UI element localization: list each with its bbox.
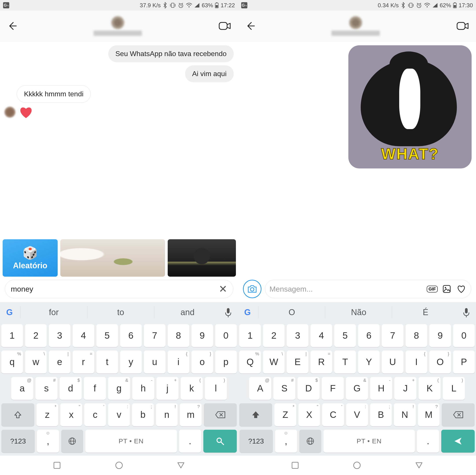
mic-icon[interactable] <box>224 307 235 318</box>
symbols-key[interactable]: ?123 <box>1 430 35 453</box>
key[interactable]: n! <box>156 403 178 426</box>
key[interactable]: 2 <box>25 324 47 347</box>
period-key[interactable]: . <box>417 430 439 453</box>
key[interactable]: F <box>322 377 344 400</box>
period-key[interactable]: . <box>179 430 201 453</box>
gif-search-input[interactable] <box>11 285 219 293</box>
suggestion[interactable]: for <box>20 306 87 318</box>
key[interactable]: B; <box>370 403 392 426</box>
key[interactable]: i{ <box>168 351 189 373</box>
compose-field[interactable]: GIF <box>265 280 471 298</box>
key[interactable]: y <box>120 351 142 373</box>
gif-results-strip[interactable]: 🎲 Aleatório <box>0 239 238 280</box>
key[interactable]: g& <box>108 377 130 400</box>
key[interactable]: O} <box>429 351 451 373</box>
compose-input[interactable] <box>270 285 423 293</box>
key[interactable]: X" <box>298 403 320 426</box>
message-out[interactable]: Seu WhatsApp não tava recebendo <box>4 45 234 62</box>
key[interactable]: q% <box>1 351 23 373</box>
key[interactable]: L) <box>443 377 465 400</box>
message-in[interactable]: Kkkkk hmmm tendi <box>4 85 234 103</box>
suggestion[interactable]: O <box>258 306 325 318</box>
shift-key[interactable] <box>239 403 272 426</box>
key[interactable]: K( <box>419 377 441 400</box>
key[interactable]: W\ <box>263 351 285 373</box>
key[interactable]: x" <box>60 403 82 426</box>
messages-area[interactable]: WHAT? <box>238 41 476 280</box>
key[interactable]: 7 <box>144 324 166 347</box>
key[interactable]: V: <box>346 403 368 426</box>
key[interactable]: s# <box>35 377 57 400</box>
messages-area[interactable]: Seu WhatsApp não tava recebendo Ai vim a… <box>0 41 238 239</box>
key[interactable]: t <box>96 351 118 373</box>
key[interactable]: C' <box>322 403 344 426</box>
key[interactable]: G& <box>346 377 368 400</box>
key[interactable]: e| <box>49 351 70 373</box>
key[interactable]: k( <box>181 377 203 400</box>
heart-icon[interactable] <box>456 284 467 294</box>
key[interactable]: E| <box>287 351 308 373</box>
gif-result-tile[interactable] <box>60 239 165 277</box>
key[interactable]: z* <box>36 403 58 426</box>
gif-icon[interactable]: GIF <box>427 284 438 294</box>
key[interactable]: 4 <box>310 324 332 347</box>
key[interactable]: 0 <box>215 324 237 347</box>
key[interactable]: 8 <box>406 324 427 347</box>
key[interactable]: D$ <box>298 377 320 400</box>
search-enter-key[interactable] <box>203 430 237 453</box>
key[interactable]: 4 <box>73 324 94 347</box>
key[interactable]: 6 <box>120 324 142 347</box>
clear-icon[interactable]: ✕ <box>219 283 227 295</box>
key[interactable]: S# <box>273 377 295 400</box>
gif-result-tile[interactable] <box>168 239 236 277</box>
video-call-button[interactable] <box>456 21 469 31</box>
space-key[interactable]: PT • EN <box>85 430 177 453</box>
mic-icon[interactable] <box>462 307 473 318</box>
key[interactable]: m? <box>180 403 202 426</box>
key[interactable]: 7 <box>382 324 403 347</box>
key[interactable]: c' <box>84 403 106 426</box>
key[interactable]: 0 <box>453 324 475 347</box>
key[interactable]: 5 <box>334 324 356 347</box>
key[interactable]: 6 <box>358 324 380 347</box>
key[interactable]: r= <box>73 351 94 373</box>
recent-apps-button[interactable] <box>52 460 62 470</box>
key[interactable]: 1 <box>239 324 261 347</box>
google-icon[interactable]: G <box>241 306 254 319</box>
back-nav-button[interactable] <box>176 460 186 470</box>
recent-apps-button[interactable] <box>290 460 300 470</box>
language-key[interactable] <box>61 430 83 453</box>
suggestion[interactable]: and <box>154 306 221 318</box>
key[interactable]: H- <box>370 377 392 400</box>
key[interactable]: j+ <box>156 377 178 400</box>
key[interactable]: w\ <box>25 351 47 373</box>
key[interactable]: Y <box>358 351 380 373</box>
shift-key[interactable] <box>1 403 34 426</box>
key[interactable]: N! <box>394 403 416 426</box>
video-call-button[interactable] <box>218 21 232 31</box>
gif-search-field[interactable]: ✕ <box>5 280 233 298</box>
key[interactable]: 3 <box>287 324 308 347</box>
key[interactable]: 9 <box>429 324 451 347</box>
language-key[interactable] <box>299 430 321 453</box>
key[interactable]: 9 <box>191 324 213 347</box>
key[interactable]: R= <box>310 351 332 373</box>
camera-button[interactable] <box>243 280 261 298</box>
gif-random-tile[interactable]: 🎲 Aleatório <box>3 239 58 277</box>
key[interactable]: T <box>334 351 356 373</box>
home-button[interactable] <box>352 460 362 470</box>
google-icon[interactable]: G <box>3 306 16 319</box>
key[interactable]: Z* <box>274 403 296 426</box>
home-button[interactable] <box>114 460 124 470</box>
key[interactable]: b; <box>132 403 154 426</box>
key[interactable]: M? <box>418 403 440 426</box>
key[interactable]: u <box>144 351 166 373</box>
key[interactable]: U <box>382 351 403 373</box>
key[interactable]: l) <box>205 377 227 400</box>
key[interactable]: h- <box>132 377 154 400</box>
key[interactable]: 5 <box>96 324 118 347</box>
backspace-key[interactable] <box>442 403 475 426</box>
key[interactable]: I{ <box>406 351 427 373</box>
back-button[interactable] <box>245 21 255 31</box>
back-button[interactable] <box>7 21 17 31</box>
